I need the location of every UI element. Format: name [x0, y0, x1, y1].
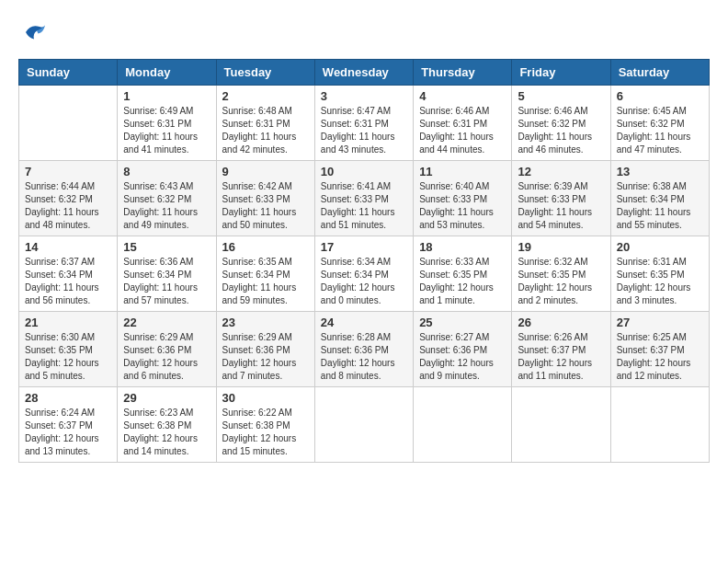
day-number: 26: [518, 316, 604, 329]
calendar-cell: 4Sunrise: 6:46 AMSunset: 6:31 PMDaylight…: [414, 86, 512, 161]
day-info: Sunrise: 6:46 AMSunset: 6:32 PMDaylight:…: [518, 105, 604, 156]
day-number: 7: [25, 165, 111, 178]
calendar-cell: 28Sunrise: 6:24 AMSunset: 6:37 PMDayligh…: [19, 387, 118, 463]
day-number: 25: [419, 316, 506, 329]
calendar-cell: 7Sunrise: 6:44 AMSunset: 6:32 PMDaylight…: [19, 161, 118, 236]
calendar-header-row: SundayMondayTuesdayWednesdayThursdayFrid…: [19, 60, 710, 86]
calendar-cell: 27Sunrise: 6:25 AMSunset: 6:37 PMDayligh…: [610, 312, 709, 387]
weekday-header: Thursday: [414, 60, 512, 86]
calendar-cell: 21Sunrise: 6:30 AMSunset: 6:35 PMDayligh…: [19, 312, 118, 387]
day-number: 6: [617, 89, 703, 103]
calendar-cell: [314, 387, 413, 463]
weekday-header: Friday: [512, 60, 610, 86]
page-header: [18, 18, 710, 50]
day-info: Sunrise: 6:48 AMSunset: 6:31 PMDaylight:…: [222, 105, 309, 156]
day-info: Sunrise: 6:25 AMSunset: 6:37 PMDaylight:…: [617, 331, 703, 383]
day-info: Sunrise: 6:22 AMSunset: 6:38 PMDaylight:…: [222, 407, 309, 458]
day-info: Sunrise: 6:28 AMSunset: 6:36 PMDaylight:…: [321, 331, 407, 383]
calendar-week-row: 21Sunrise: 6:30 AMSunset: 6:35 PMDayligh…: [19, 312, 710, 387]
day-info: Sunrise: 6:39 AMSunset: 6:33 PMDaylight:…: [518, 180, 604, 232]
calendar-cell: 25Sunrise: 6:27 AMSunset: 6:36 PMDayligh…: [414, 312, 512, 387]
day-number: 3: [321, 89, 407, 103]
day-info: Sunrise: 6:33 AMSunset: 6:35 PMDaylight:…: [419, 256, 506, 307]
day-number: 13: [617, 165, 703, 178]
day-info: Sunrise: 6:29 AMSunset: 6:36 PMDaylight:…: [123, 331, 210, 383]
calendar-cell: [19, 86, 118, 161]
calendar-cell: 30Sunrise: 6:22 AMSunset: 6:38 PMDayligh…: [216, 387, 314, 463]
calendar-cell: 9Sunrise: 6:42 AMSunset: 6:33 PMDaylight…: [216, 161, 314, 236]
day-info: Sunrise: 6:24 AMSunset: 6:37 PMDaylight:…: [25, 407, 111, 458]
weekday-header: Sunday: [19, 60, 118, 86]
calendar-cell: 3Sunrise: 6:47 AMSunset: 6:31 PMDaylight…: [314, 86, 413, 161]
day-info: Sunrise: 6:37 AMSunset: 6:34 PMDaylight:…: [25, 256, 111, 307]
calendar-cell: 10Sunrise: 6:41 AMSunset: 6:33 PMDayligh…: [314, 161, 413, 236]
calendar-cell: [512, 387, 610, 463]
calendar-cell: 26Sunrise: 6:26 AMSunset: 6:37 PMDayligh…: [512, 312, 610, 387]
calendar-table: SundayMondayTuesdayWednesdayThursdayFrid…: [18, 59, 710, 463]
day-number: 21: [25, 316, 111, 329]
day-number: 20: [617, 240, 703, 254]
day-number: 30: [222, 391, 309, 405]
calendar-week-row: 1Sunrise: 6:49 AMSunset: 6:31 PMDaylight…: [19, 86, 710, 161]
calendar-cell: [414, 387, 512, 463]
calendar-cell: 22Sunrise: 6:29 AMSunset: 6:36 PMDayligh…: [118, 312, 216, 387]
day-number: 19: [518, 240, 604, 254]
day-info: Sunrise: 6:49 AMSunset: 6:31 PMDaylight:…: [123, 105, 210, 156]
calendar-cell: 29Sunrise: 6:23 AMSunset: 6:38 PMDayligh…: [118, 387, 216, 463]
calendar-cell: 16Sunrise: 6:35 AMSunset: 6:34 PMDayligh…: [216, 236, 314, 312]
day-number: 12: [518, 165, 604, 178]
day-info: Sunrise: 6:32 AMSunset: 6:35 PMDaylight:…: [518, 256, 604, 307]
day-info: Sunrise: 6:41 AMSunset: 6:33 PMDaylight:…: [321, 180, 407, 232]
calendar-cell: 13Sunrise: 6:38 AMSunset: 6:34 PMDayligh…: [610, 161, 709, 236]
day-info: Sunrise: 6:36 AMSunset: 6:34 PMDaylight:…: [123, 256, 210, 307]
day-number: 27: [617, 316, 703, 329]
calendar-cell: 24Sunrise: 6:28 AMSunset: 6:36 PMDayligh…: [314, 312, 413, 387]
weekday-header: Wednesday: [314, 60, 413, 86]
day-number: 18: [419, 240, 506, 254]
calendar-cell: 23Sunrise: 6:29 AMSunset: 6:36 PMDayligh…: [216, 312, 314, 387]
logo-bird-icon: [20, 18, 48, 46]
day-info: Sunrise: 6:45 AMSunset: 6:32 PMDaylight:…: [617, 105, 703, 156]
day-number: 11: [419, 165, 506, 178]
day-info: Sunrise: 6:43 AMSunset: 6:32 PMDaylight:…: [123, 180, 210, 232]
day-number: 23: [222, 316, 309, 329]
day-number: 1: [123, 89, 210, 103]
calendar-cell: 20Sunrise: 6:31 AMSunset: 6:35 PMDayligh…: [610, 236, 709, 312]
day-info: Sunrise: 6:23 AMSunset: 6:38 PMDaylight:…: [123, 407, 210, 458]
day-info: Sunrise: 6:29 AMSunset: 6:36 PMDaylight:…: [222, 331, 309, 383]
calendar-cell: 2Sunrise: 6:48 AMSunset: 6:31 PMDaylight…: [216, 86, 314, 161]
calendar-cell: [610, 387, 709, 463]
calendar-week-row: 7Sunrise: 6:44 AMSunset: 6:32 PMDaylight…: [19, 161, 710, 236]
day-info: Sunrise: 6:30 AMSunset: 6:35 PMDaylight:…: [25, 331, 111, 383]
day-number: 16: [222, 240, 309, 254]
day-number: 29: [123, 391, 210, 405]
day-info: Sunrise: 6:46 AMSunset: 6:31 PMDaylight:…: [419, 105, 506, 156]
day-number: 5: [518, 89, 604, 103]
day-info: Sunrise: 6:44 AMSunset: 6:32 PMDaylight:…: [25, 180, 111, 232]
day-number: 17: [321, 240, 407, 254]
calendar-cell: 17Sunrise: 6:34 AMSunset: 6:34 PMDayligh…: [314, 236, 413, 312]
day-info: Sunrise: 6:42 AMSunset: 6:33 PMDaylight:…: [222, 180, 309, 232]
day-number: 22: [123, 316, 210, 329]
calendar-cell: 1Sunrise: 6:49 AMSunset: 6:31 PMDaylight…: [118, 86, 216, 161]
calendar-cell: 6Sunrise: 6:45 AMSunset: 6:32 PMDaylight…: [610, 86, 709, 161]
calendar-cell: 19Sunrise: 6:32 AMSunset: 6:35 PMDayligh…: [512, 236, 610, 312]
calendar-cell: 15Sunrise: 6:36 AMSunset: 6:34 PMDayligh…: [118, 236, 216, 312]
calendar-cell: 8Sunrise: 6:43 AMSunset: 6:32 PMDaylight…: [118, 161, 216, 236]
day-number: 8: [123, 165, 210, 178]
day-number: 28: [25, 391, 111, 405]
day-number: 10: [321, 165, 407, 178]
day-info: Sunrise: 6:40 AMSunset: 6:33 PMDaylight:…: [419, 180, 506, 232]
calendar-cell: 5Sunrise: 6:46 AMSunset: 6:32 PMDaylight…: [512, 86, 610, 161]
calendar-week-row: 14Sunrise: 6:37 AMSunset: 6:34 PMDayligh…: [19, 236, 710, 312]
calendar-week-row: 28Sunrise: 6:24 AMSunset: 6:37 PMDayligh…: [19, 387, 710, 463]
day-number: 15: [123, 240, 210, 254]
day-number: 4: [419, 89, 506, 103]
day-info: Sunrise: 6:31 AMSunset: 6:35 PMDaylight:…: [617, 256, 703, 307]
day-info: Sunrise: 6:35 AMSunset: 6:34 PMDaylight:…: [222, 256, 309, 307]
calendar-cell: 18Sunrise: 6:33 AMSunset: 6:35 PMDayligh…: [414, 236, 512, 312]
weekday-header: Tuesday: [216, 60, 314, 86]
day-info: Sunrise: 6:34 AMSunset: 6:34 PMDaylight:…: [321, 256, 407, 307]
day-number: 9: [222, 165, 309, 178]
day-number: 24: [321, 316, 407, 329]
